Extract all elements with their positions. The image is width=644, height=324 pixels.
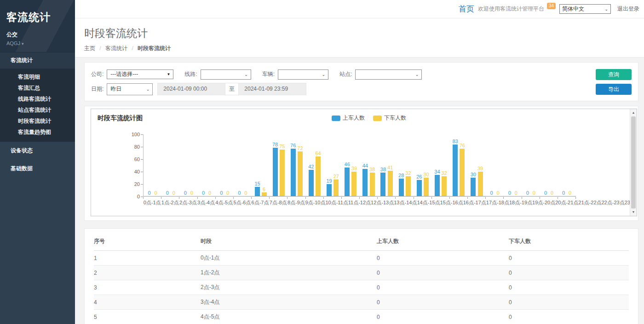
bar-rect xyxy=(453,145,458,196)
bar-value-label: 26 xyxy=(416,174,422,179)
bar: 0 xyxy=(495,190,500,196)
logout-link[interactable]: 退出登录 xyxy=(617,5,639,13)
sidebar-profile: 客流统计 公交 AQGJ▾ xyxy=(0,0,75,52)
bar-group: 00 xyxy=(522,134,540,196)
y-axis-tick xyxy=(141,147,143,147)
breadcrumb-keliu-tongji[interactable]: 客流统计 xyxy=(105,45,127,52)
bar-value-label: 76 xyxy=(460,143,465,148)
sidebar-item-shebei-zhuangtai[interactable]: 设备状态 xyxy=(0,141,75,160)
bar-value-label: 39 xyxy=(477,166,483,171)
bar: 6 xyxy=(262,186,267,196)
table-cell: 5 xyxy=(94,310,201,324)
x-axis-label: 2点-3点 xyxy=(179,199,197,206)
bar: 0 xyxy=(153,190,158,196)
chart-vertical-scrollbar[interactable]: ▲ ▼ xyxy=(630,109,637,216)
station-label: 站点: xyxy=(339,70,352,78)
bar: 41 xyxy=(387,165,393,196)
bar: 0 xyxy=(183,190,188,196)
language-value: 简体中文 xyxy=(562,5,584,13)
legend-label: 上车人数 xyxy=(343,114,365,122)
user-menu[interactable]: AQGJ▾ xyxy=(6,40,69,46)
bar: 64 xyxy=(315,150,321,196)
welcome-text: 欢迎使用客流统计管理平台 xyxy=(478,5,544,13)
bar-value-label: 39 xyxy=(351,166,357,171)
scroll-up-icon[interactable]: ▲ xyxy=(630,110,637,116)
bar-rect xyxy=(406,176,411,196)
sidebar-item-keliu-tongji[interactable]: 客流统计 xyxy=(0,52,75,69)
x-axis-labels: 0点-1点1点-2点2点-3点3点-4点4点-5点5点-6点6点-7点7点-8点… xyxy=(143,199,576,206)
chevron-down-icon: ▾ xyxy=(22,41,24,46)
bar: 0 xyxy=(171,190,176,196)
bar-rect xyxy=(478,172,483,196)
bar: 0 xyxy=(147,190,152,196)
bar-value-label: 28 xyxy=(398,173,404,178)
table-cell: 1 xyxy=(94,251,201,266)
bar-value-label: 38 xyxy=(369,167,375,172)
notification-badge[interactable]: 34 xyxy=(547,3,556,9)
home-link[interactable]: 首页 xyxy=(459,4,474,14)
bar: 72 xyxy=(297,145,303,196)
x-axis-label: 18点-19点 xyxy=(509,199,532,206)
export-button[interactable]: 导出 xyxy=(596,84,632,95)
sidebar-item-shiduan-keliu[interactable]: 时段客流统计 xyxy=(0,116,75,127)
vehicle-select[interactable]: ⌄ xyxy=(278,69,328,80)
legend-boarding[interactable]: 上车人数 xyxy=(332,114,365,122)
y-axis-tick xyxy=(141,184,143,185)
bar-group: 156 xyxy=(252,134,270,196)
sidebar-item-keliu-huizong[interactable]: 客流汇总 xyxy=(0,82,75,93)
bar-value-label: 0 xyxy=(526,190,529,196)
bar-group: 00 xyxy=(144,134,161,196)
table-cell: 0 xyxy=(509,295,629,310)
table-cell: 2 xyxy=(94,266,201,280)
y-axis-tick xyxy=(141,197,143,197)
bar: 0 xyxy=(207,190,213,196)
bar-group: 00 xyxy=(179,134,197,196)
line-select[interactable]: ⌄ xyxy=(201,69,251,80)
scrollbar-thumb[interactable] xyxy=(631,116,636,208)
x-axis-ticks xyxy=(143,197,576,199)
chart-box: 时段车流统计图 上车人数 下车人数 0000000000001567875767… xyxy=(91,109,637,216)
bar-chart-plot: 0000000000001567875767242641927463944383… xyxy=(143,134,576,197)
company-select[interactable]: ---请选择--- ▼ xyxy=(107,69,173,79)
breadcrumb-home[interactable]: 主页 xyxy=(84,45,95,52)
date-preset-select[interactable]: 昨日 ⌄ xyxy=(107,83,153,95)
language-select[interactable]: 简体中文 ⌄ xyxy=(559,4,611,14)
legend-swatch-yellow xyxy=(373,116,382,121)
scroll-down-icon[interactable]: ▼ xyxy=(630,209,637,215)
sidebar-item-keliu-mingxi[interactable]: 客流明细 xyxy=(0,71,75,82)
bar-value-label: 83 xyxy=(452,139,458,144)
sidebar-item-keliu-qushi[interactable]: 客流量趋势图 xyxy=(0,127,75,138)
sidebar-item-xianlu-keliu[interactable]: 线路客流统计 xyxy=(0,93,75,104)
sidebar-item-zhandian-keliu[interactable]: 站点客流统计 xyxy=(0,104,75,116)
bar-value-label: 46 xyxy=(345,162,350,167)
filter-panel: 公司: ---请选择--- ▼ 线路: ⌄ 车辆: ⌄ 站点: xyxy=(84,62,638,101)
date-start-input[interactable]: 2024-01-09 00:00 xyxy=(157,83,225,95)
legend-alighting[interactable]: 下车人数 xyxy=(373,114,406,122)
sidebar-item-jichu-shuju[interactable]: 基础数据 xyxy=(0,160,75,178)
bar-value-label: 6 xyxy=(263,186,265,192)
page-title: 时段客流统计 xyxy=(84,26,644,40)
bar-rect xyxy=(417,180,422,196)
table-cell: 0 xyxy=(377,295,509,310)
content: 公司: ---请选择--- ▼ 线路: ⌄ 车辆: ⌄ 站点: xyxy=(75,58,644,324)
station-select[interactable]: ⌄ xyxy=(355,69,422,80)
topbar: 首页 欢迎使用客流统计管理平台 34 简体中文 ⌄ 退出登录 xyxy=(75,0,644,18)
x-axis-label: 11点-12点 xyxy=(348,199,371,206)
company-label: 公司: xyxy=(91,70,104,78)
table-row: 54点-5点00 xyxy=(94,310,629,324)
bar-rect xyxy=(399,179,404,196)
bar-value-label: 0 xyxy=(155,190,157,196)
date-end-input[interactable]: 2024-01-09 23:59 xyxy=(238,83,306,95)
chevron-down-icon: ⌄ xyxy=(322,72,325,77)
bar: 38 xyxy=(380,167,386,196)
bar-value-label: 0 xyxy=(238,190,241,196)
bar-value-label: 0 xyxy=(544,190,547,196)
table-panel: 序号 时段 上车人数 下车人数 10点-1点0021点-2点0032点-3点00… xyxy=(84,228,638,324)
bar-value-label: 0 xyxy=(496,190,499,196)
bar: 78 xyxy=(272,142,278,196)
col-header-alighting: 下车人数 xyxy=(509,233,629,251)
query-button[interactable]: 查询 xyxy=(596,69,632,80)
col-header-timeslot: 时段 xyxy=(201,233,377,251)
bar: 39 xyxy=(351,166,357,196)
table-cell: 3 xyxy=(94,280,201,295)
